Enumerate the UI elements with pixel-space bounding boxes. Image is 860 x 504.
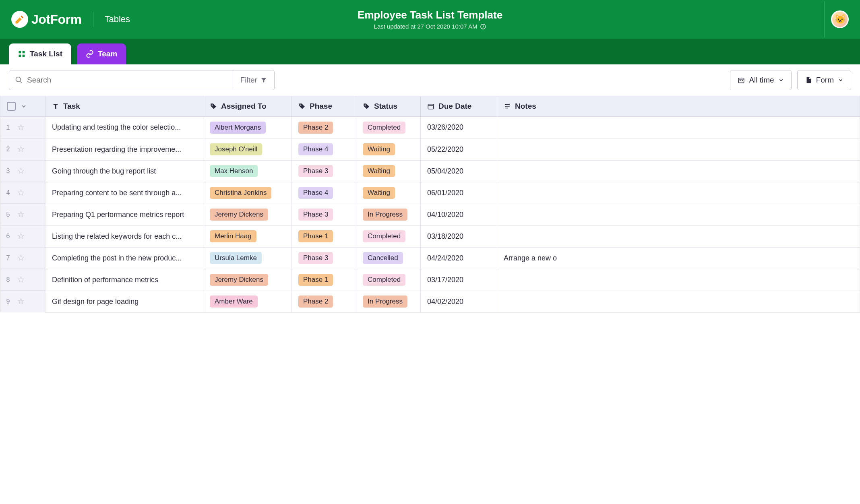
- cell-assigned[interactable]: Amber Ware: [203, 291, 292, 312]
- time-filter-button[interactable]: All time: [730, 70, 791, 90]
- cell-due[interactable]: 05/04/2020: [421, 160, 497, 182]
- history-icon[interactable]: [480, 23, 486, 30]
- divider: [93, 12, 93, 27]
- cell-assigned[interactable]: Merlin Haag: [203, 225, 292, 247]
- cell-task[interactable]: Gif design for page loading: [45, 291, 203, 312]
- cell-phase[interactable]: Phase 4: [292, 182, 356, 204]
- cell-task[interactable]: Listing the related keywords for each c.…: [45, 225, 203, 247]
- table-row[interactable]: 2 ☆ Presentation regarding the improveme…: [0, 138, 860, 160]
- cell-phase[interactable]: Phase 3: [292, 160, 356, 182]
- cell-status[interactable]: Waiting: [356, 138, 421, 160]
- cell-status[interactable]: Completed: [356, 269, 421, 291]
- cell-phase[interactable]: Phase 3: [292, 204, 356, 225]
- cell-notes[interactable]: [497, 138, 860, 160]
- column-header-status[interactable]: Status: [356, 96, 421, 117]
- cell-status[interactable]: Cancelled: [356, 247, 421, 269]
- star-icon[interactable]: ☆: [17, 231, 25, 242]
- cell-status[interactable]: Waiting: [356, 182, 421, 204]
- search-input[interactable]: [27, 76, 227, 85]
- row-number: 5: [6, 211, 10, 218]
- star-icon[interactable]: ☆: [17, 188, 25, 198]
- cell-task[interactable]: Preparing Q1 performance metrics report: [45, 204, 203, 225]
- select-all-header: [0, 96, 45, 117]
- cell-status[interactable]: Completed: [356, 225, 421, 247]
- star-icon[interactable]: ☆: [17, 122, 25, 133]
- cell-phase[interactable]: Phase 1: [292, 225, 356, 247]
- star-icon[interactable]: ☆: [17, 144, 25, 155]
- cell-due[interactable]: 04/02/2020: [421, 291, 497, 312]
- cell-phase[interactable]: Phase 3: [292, 247, 356, 269]
- cell-task[interactable]: Completing the post in the new produc...: [45, 247, 203, 269]
- row-number: 7: [6, 254, 10, 262]
- form-button[interactable]: Form: [797, 70, 851, 90]
- cell-task[interactable]: Preparing content to be sent through a..…: [45, 182, 203, 204]
- cell-assigned[interactable]: Jeremy Dickens: [203, 269, 292, 291]
- star-icon[interactable]: ☆: [17, 253, 25, 263]
- table-row[interactable]: 8 ☆ Definition of performance metrics Je…: [0, 269, 860, 291]
- star-icon[interactable]: ☆: [17, 275, 25, 285]
- cell-status[interactable]: In Progress: [356, 204, 421, 225]
- svg-point-11: [365, 105, 366, 106]
- tab-team[interactable]: Team: [77, 43, 126, 64]
- table-row[interactable]: 3 ☆ Going through the bug report list Ma…: [0, 160, 860, 182]
- tab-task-list[interactable]: Task List: [9, 43, 71, 64]
- table-row[interactable]: 4 ☆ Preparing content to be sent through…: [0, 182, 860, 204]
- cell-assigned[interactable]: Albert Morgans: [203, 117, 292, 139]
- table-row[interactable]: 9 ☆ Gif design for page loading Amber Wa…: [0, 291, 860, 312]
- avatar[interactable]: 😺: [831, 10, 849, 28]
- cell-notes[interactable]: [497, 225, 860, 247]
- cell-due[interactable]: 04/24/2020: [421, 247, 497, 269]
- cell-notes[interactable]: [497, 160, 860, 182]
- cell-notes[interactable]: [497, 117, 860, 139]
- star-icon[interactable]: ☆: [17, 296, 25, 307]
- row-index-cell: 6 ☆: [0, 225, 45, 247]
- text-icon: [52, 103, 59, 110]
- cell-assigned[interactable]: Joseph O'neill: [203, 138, 292, 160]
- column-header-assigned[interactable]: Assigned To: [203, 96, 292, 117]
- star-icon[interactable]: ☆: [17, 209, 25, 220]
- filter-button[interactable]: Filter: [233, 70, 274, 90]
- cell-due[interactable]: 04/10/2020: [421, 204, 497, 225]
- cell-notes[interactable]: [497, 204, 860, 225]
- cell-phase[interactable]: Phase 4: [292, 138, 356, 160]
- header-center: Employee Task List Template Last updated…: [358, 9, 502, 30]
- cell-assigned[interactable]: Jeremy Dickens: [203, 204, 292, 225]
- cell-phase[interactable]: Phase 1: [292, 269, 356, 291]
- assignee-chip: Max Henson: [210, 165, 258, 177]
- cell-due[interactable]: 03/17/2020: [421, 269, 497, 291]
- column-header-phase[interactable]: Phase: [292, 96, 356, 117]
- cell-notes[interactable]: [497, 291, 860, 312]
- cell-status[interactable]: Waiting: [356, 160, 421, 182]
- column-header-notes[interactable]: Notes: [497, 96, 860, 117]
- cell-task[interactable]: Updating and testing the color selectio.…: [45, 117, 203, 139]
- cell-due[interactable]: 05/22/2020: [421, 138, 497, 160]
- cell-task[interactable]: Going through the bug report list: [45, 160, 203, 182]
- star-icon[interactable]: ☆: [17, 166, 25, 176]
- app-header: JotForm Tables Employee Task List Templa…: [0, 0, 860, 39]
- cell-assigned[interactable]: Christina Jenkins: [203, 182, 292, 204]
- table-row[interactable]: 6 ☆ Listing the related keywords for eac…: [0, 225, 860, 247]
- cell-due[interactable]: 06/01/2020: [421, 182, 497, 204]
- cell-status[interactable]: Completed: [356, 117, 421, 139]
- cell-notes[interactable]: Arrange a new o: [497, 247, 860, 269]
- cell-task[interactable]: Definition of performance metrics: [45, 269, 203, 291]
- cell-assigned[interactable]: Ursula Lemke: [203, 247, 292, 269]
- cell-phase[interactable]: Phase 2: [292, 117, 356, 139]
- cell-due[interactable]: 03/26/2020: [421, 117, 497, 139]
- select-all-checkbox[interactable]: [7, 102, 16, 111]
- cell-task[interactable]: Presentation regarding the improveme...: [45, 138, 203, 160]
- cell-status[interactable]: In Progress: [356, 291, 421, 312]
- status-chip: Completed: [363, 122, 405, 134]
- cell-notes[interactable]: [497, 182, 860, 204]
- column-header-task[interactable]: Task: [45, 96, 203, 117]
- table-row[interactable]: 5 ☆ Preparing Q1 performance metrics rep…: [0, 204, 860, 225]
- chevron-down-icon: [838, 77, 843, 83]
- cell-phase[interactable]: Phase 2: [292, 291, 356, 312]
- table-row[interactable]: 7 ☆ Completing the post in the new produ…: [0, 247, 860, 269]
- cell-assigned[interactable]: Max Henson: [203, 160, 292, 182]
- table-row[interactable]: 1 ☆ Updating and testing the color selec…: [0, 117, 860, 139]
- cell-notes[interactable]: [497, 269, 860, 291]
- chevron-down-icon[interactable]: [21, 103, 27, 109]
- column-header-due[interactable]: Due Date: [421, 96, 497, 117]
- cell-due[interactable]: 03/18/2020: [421, 225, 497, 247]
